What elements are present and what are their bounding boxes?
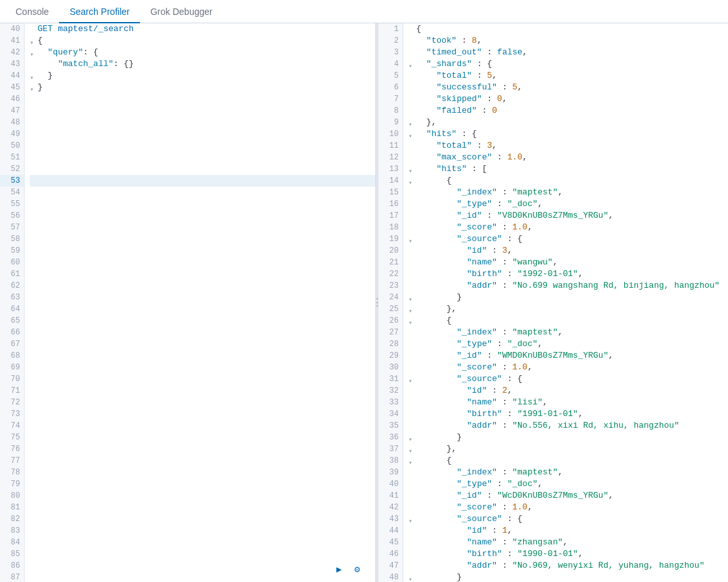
output-line-text: {: [416, 315, 452, 327]
output-line-num-10: 10: [379, 128, 403, 140]
editor-line-num-40: 40: [0, 23, 24, 35]
output-line: "_type" : "_doc",: [408, 198, 728, 210]
output-line-text: },: [416, 303, 456, 315]
run-button[interactable]: ▶: [331, 561, 347, 577]
output-line-num-38: 38: [379, 455, 403, 467]
output-code-content: { "took" : 8, "timed_out" : false,▾ "_sh…: [403, 23, 728, 582]
editor-line: [30, 245, 375, 257]
output-fold-button[interactable]: ▾: [408, 516, 415, 522]
output-line: "total" : 5,: [408, 70, 728, 82]
output-line-text: "max_score" : 1.0,: [416, 152, 528, 163]
output-line-text: "name" : "wangwu",: [416, 257, 558, 268]
panel-divider[interactable]: ⋮: [376, 23, 379, 582]
tab-console[interactable]: Console: [5, 1, 59, 23]
editor-code-content[interactable]: GET maptest/_search▾{▾ "query": { "match…: [25, 23, 375, 582]
output-line-text: "birth" : "1992-01-01",: [416, 268, 583, 280]
settings-button[interactable]: ⚙: [349, 561, 365, 577]
output-line-num-31: 31: [379, 373, 403, 385]
editor-line: [30, 152, 375, 163]
output-line-num-36: 36: [379, 432, 403, 443]
output-line-num-13: 13: [379, 163, 403, 175]
output-line-text: "_score" : 1.0,: [416, 362, 532, 373]
editor-line: ▾ }: [30, 70, 375, 82]
output-line-num-1: 1: [379, 23, 403, 35]
output-fold-button[interactable]: ▾: [408, 178, 415, 184]
output-line-num-48: 48: [379, 572, 403, 582]
output-fold-button[interactable]: ▾: [408, 458, 415, 464]
editor-line: [30, 478, 375, 490]
editor-line-num-81: 81: [0, 502, 24, 513]
output-line-num-29: 29: [379, 350, 403, 362]
editor-line: [30, 268, 375, 280]
tab-search-profiler[interactable]: Search Profiler: [59, 1, 140, 23]
editor-line: [30, 455, 375, 467]
output-line: ▾ }: [408, 432, 728, 443]
fold-button[interactable]: ▾: [30, 73, 36, 79]
editor-line-num-44: 44: [0, 70, 24, 82]
editor-line-num-55: 55: [0, 198, 24, 210]
output-line: "name" : "lisi",: [408, 397, 728, 408]
editor-line-num-43: 43: [0, 58, 24, 70]
fold-button[interactable]: ▾: [30, 84, 36, 91]
output-line-num-40: 40: [379, 478, 403, 490]
fold-button[interactable]: ▾: [30, 38, 36, 44]
output-line-text: "successful" : 5,: [416, 82, 523, 93]
editor-line: [30, 537, 375, 548]
editor-line-num-67: 67: [0, 338, 24, 350]
output-line-num-43: 43: [379, 513, 403, 525]
editor-line-num-70: 70: [0, 373, 24, 385]
output-line-num-26: 26: [379, 315, 403, 327]
editor-line-num-59: 59: [0, 245, 24, 257]
editor-line-numbers: 4041424344454647484950515253545556575859…: [0, 23, 25, 582]
output-fold-button[interactable]: ▾: [408, 61, 415, 67]
editor-line: [30, 128, 375, 140]
editor-line: GET maptest/_search: [30, 23, 375, 35]
output-fold-button[interactable]: ▾: [408, 131, 415, 137]
output-line-text: "birth" : "1990-01-01",: [416, 548, 583, 560]
output-line-num-45: 45: [379, 537, 403, 548]
output-fold-button[interactable]: ▾: [408, 119, 415, 126]
output-line: ▾ {: [408, 455, 728, 467]
output-fold-button[interactable]: ▾: [408, 306, 415, 312]
output-line-text: "_index" : "maptest",: [416, 187, 563, 198]
output-line-num-2: 2: [379, 35, 403, 47]
output-line: ▾ },: [408, 303, 728, 315]
editor-line-text: }: [38, 70, 53, 82]
output-line: ▾ "_source" : {: [408, 373, 728, 385]
fold-button[interactable]: ▾: [30, 49, 36, 56]
output-line-num-42: 42: [379, 502, 403, 513]
editor-line-num-71: 71: [0, 385, 24, 397]
output-line-num-19: 19: [379, 233, 403, 245]
editor-line: [30, 280, 375, 292]
editor-line: [30, 187, 375, 198]
output-line: "_score" : 1.0,: [408, 222, 728, 233]
output-line-text: },: [416, 117, 436, 128]
output-line-num-11: 11: [379, 140, 403, 152]
editor-line-num-61: 61: [0, 268, 24, 280]
output-line-text: "_score" : 1.0,: [416, 502, 532, 513]
output-line: "_index" : "maptest",: [408, 327, 728, 338]
output-line: "_id" : "WMD0KnUB0sZ7Mms_YRGu",: [408, 350, 728, 362]
editor-line-num-83: 83: [0, 525, 24, 537]
output-line-text: "failed" : 0: [416, 105, 497, 117]
output-fold-button[interactable]: ▾: [408, 434, 415, 441]
editor-line: [30, 572, 375, 582]
output-line-num-14: 14: [379, 175, 403, 187]
tab-grok-debugger[interactable]: Grok Debugger: [140, 1, 223, 23]
editor-line: [30, 222, 375, 233]
output-fold-button[interactable]: ▾: [408, 446, 415, 452]
output-fold-button[interactable]: ▾: [408, 236, 415, 242]
main-content: 4041424344454647484950515253545556575859…: [0, 23, 728, 582]
output-fold-button[interactable]: ▾: [408, 574, 415, 581]
output-line: "_type" : "_doc",: [408, 338, 728, 350]
output-line-text: "_id" : "WcD0KnUB0sZ7Mms_YRGu",: [416, 490, 613, 502]
output-fold-button[interactable]: ▾: [408, 166, 415, 172]
output-fold-button[interactable]: ▾: [408, 318, 415, 324]
editor-line-num-78: 78: [0, 467, 24, 478]
output-line-text: {: [416, 455, 452, 467]
output-fold-button[interactable]: ▾: [408, 376, 415, 382]
editor-scroll[interactable]: 4041424344454647484950515253545556575859…: [0, 23, 375, 582]
output-fold-button[interactable]: ▾: [408, 294, 415, 301]
output-scroll[interactable]: 1234567891011121314151617181920212223242…: [379, 23, 728, 582]
editor-line-num-68: 68: [0, 350, 24, 362]
